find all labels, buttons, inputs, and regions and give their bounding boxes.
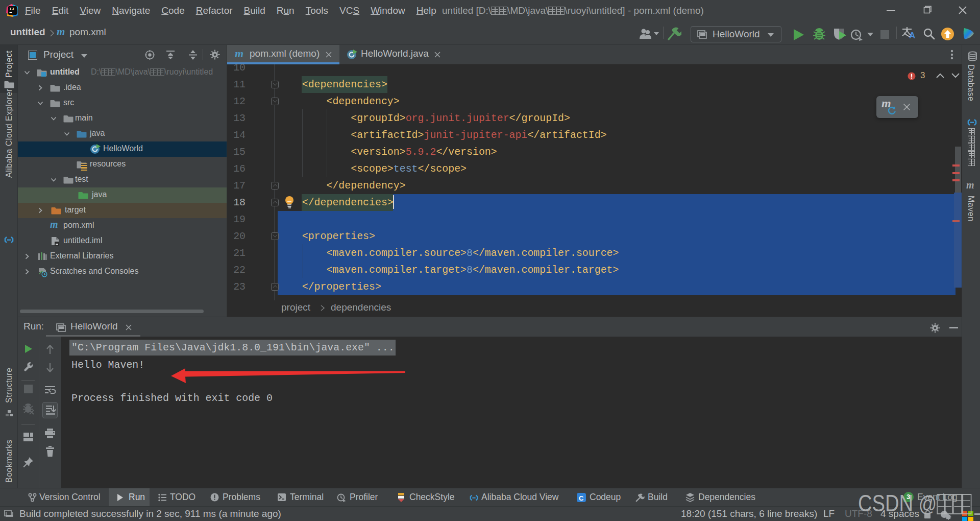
svg-text:IJ: IJ <box>9 7 14 11</box>
